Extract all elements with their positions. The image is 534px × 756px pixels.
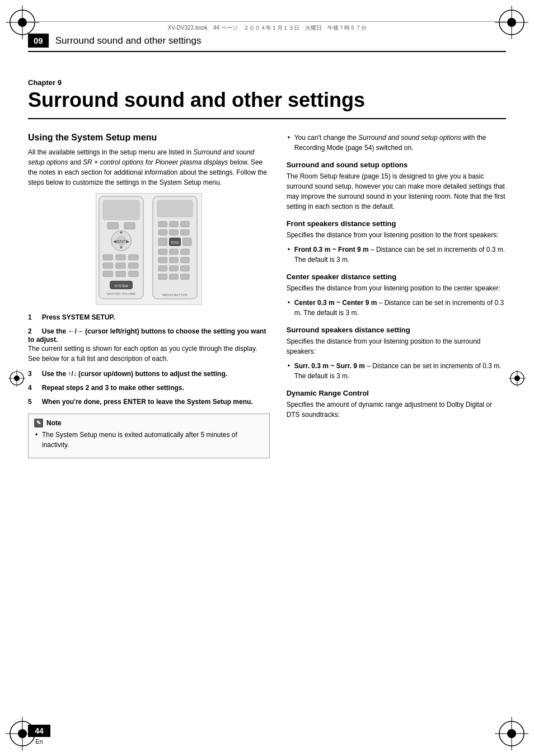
svg-rect-51	[180, 221, 189, 227]
svg-rect-38	[103, 262, 113, 268]
remote-control-image: ▲ ▼ ◀ ▶ ENT SYSTEM	[96, 193, 202, 305]
svg-rect-54	[180, 229, 189, 235]
print-line: XV-DV323.book 44 ページ ２００４年１月１３日 火曜日 午後７時…	[28, 21, 506, 32]
svg-rect-62	[158, 257, 167, 262]
page-num-badge: 44	[28, 725, 50, 737]
right-bullet-1: You can't change the Surround and sound …	[287, 133, 506, 153]
step-1-title: Press SYSTEM SETUP.	[42, 313, 115, 321]
svg-rect-59	[158, 249, 167, 255]
svg-text:SYS: SYS	[171, 241, 179, 245]
svg-rect-52	[158, 229, 167, 235]
front-speaker-body: Specifies the distance from your listeni…	[287, 230, 506, 240]
note-title: ✎ Note	[34, 419, 264, 428]
svg-rect-60	[169, 249, 178, 255]
svg-rect-67	[180, 265, 189, 271]
svg-rect-70	[180, 274, 189, 279]
note-item-1: The System Setup menu is exited automati…	[34, 430, 264, 450]
svg-rect-26	[107, 222, 119, 229]
svg-rect-42	[115, 271, 125, 276]
step-3: 3 Use the ↑/↓ (cursor up/down) buttons t…	[28, 369, 270, 378]
right-column: You can't change the Surround and sound …	[287, 133, 506, 458]
svg-rect-49	[158, 221, 167, 227]
svg-rect-63	[169, 257, 178, 262]
svg-text:▶: ▶	[126, 239, 130, 244]
page-number-area: 44 En	[28, 725, 50, 745]
svg-rect-40	[128, 262, 138, 268]
corner-mark-br	[495, 717, 528, 750]
svg-rect-68	[158, 274, 167, 279]
svg-text:▼: ▼	[119, 245, 123, 250]
top-bar: 09 Surround sound and other settings	[28, 34, 506, 52]
svg-rect-53	[169, 229, 178, 235]
svg-text:MASTER VOLUME: MASTER VOLUME	[107, 292, 135, 295]
step-4-title: Repeat steps 2 and 3 to make other setti…	[42, 384, 184, 392]
svg-rect-64	[180, 257, 189, 262]
center-speaker-heading: Center speaker distance setting	[287, 273, 506, 281]
two-col-layout: Using the System Setup menu All the avai…	[28, 133, 506, 458]
svg-rect-66	[169, 265, 178, 271]
svg-rect-41	[103, 271, 113, 276]
intro-text: All the available settings in the setup …	[28, 147, 270, 187]
svg-rect-35	[103, 254, 113, 260]
svg-text:◀: ◀	[113, 239, 116, 244]
svg-rect-58	[182, 238, 191, 246]
svg-rect-36	[115, 254, 125, 260]
step-1: 1 Press SYSTEM SETUP.	[28, 313, 270, 321]
svg-rect-43	[128, 271, 138, 276]
svg-rect-39	[115, 262, 125, 268]
svg-rect-27	[124, 222, 135, 229]
svg-rect-37	[128, 254, 138, 260]
svg-text:ENT: ENT	[117, 240, 125, 243]
chapter-badge: 09	[28, 34, 49, 48]
svg-rect-65	[158, 265, 167, 271]
svg-text:MEDIA BUTTON: MEDIA BUTTON	[162, 293, 187, 297]
chapter-main-title: Surround sound and other settings	[28, 89, 506, 119]
surround-setup-body: The Room Setup feature (page 15) is desi…	[287, 171, 506, 212]
svg-rect-69	[169, 274, 178, 279]
step-4: 4 Repeat steps 2 and 3 to make other set…	[28, 383, 270, 392]
chapter-label: Chapter 9	[28, 78, 506, 87]
left-section-heading: Using the System Setup menu	[28, 133, 270, 143]
svg-rect-48	[157, 200, 193, 217]
front-speaker-heading: Front speakers distance setting	[287, 219, 506, 228]
svg-rect-50	[169, 221, 178, 227]
svg-rect-61	[180, 249, 189, 255]
surround-speaker-body: Specifies the distance from your listeni…	[287, 336, 506, 356]
side-mark-left	[8, 370, 25, 387]
svg-rect-25	[103, 200, 139, 220]
step-2-title: Use the ←/→ (cursor left/right) buttons …	[28, 327, 266, 344]
note-icon: ✎	[34, 419, 43, 428]
step-5: 5 When you're done, press ENTER to leave…	[28, 397, 270, 406]
surround-setup-section: Surround and sound setup options The Roo…	[287, 161, 506, 420]
chapter-title-header: Surround sound and other settings	[55, 35, 506, 46]
center-speaker-body: Specifies the distance from your listeni…	[287, 283, 506, 293]
front-speaker-bullet: Front 0.3 m ~ Front 9 m – Distance can b…	[287, 245, 506, 265]
main-content: Chapter 9 Surround sound and other setti…	[28, 67, 506, 711]
dynamic-range-heading: Dynamic Range Control	[287, 389, 506, 397]
dynamic-range-body: Specifies the amount of dynamic range ad…	[287, 400, 506, 420]
center-speaker-bullet: Center 0.3 m ~ Center 9 m – Distance can…	[287, 298, 506, 318]
surround-speaker-heading: Surround speakers distance setting	[287, 326, 506, 334]
step-2-body: The current setting is shown for each op…	[28, 344, 270, 364]
surround-speaker-bullet: Surr. 0.3 m ~ Surr. 9 m – Distance can b…	[287, 361, 506, 381]
step-5-title: When you're done, press ENTER to leave t…	[42, 398, 253, 406]
page-en: En	[35, 738, 43, 745]
svg-text:▲: ▲	[119, 229, 123, 234]
left-column: Using the System Setup menu All the avai…	[28, 133, 270, 458]
svg-rect-57	[158, 238, 167, 246]
step-2: 2 Use the ←/→ (cursor left/right) button…	[28, 327, 270, 364]
step-3-title: Use the ↑/↓ (cursor up/down) buttons to …	[42, 370, 227, 378]
svg-text:SYSTEM: SYSTEM	[114, 284, 128, 288]
note-box: ✎ Note The System Setup menu is exited a…	[28, 414, 270, 458]
side-mark-right	[509, 370, 526, 387]
surround-setup-heading: Surround and sound setup options	[287, 161, 506, 169]
